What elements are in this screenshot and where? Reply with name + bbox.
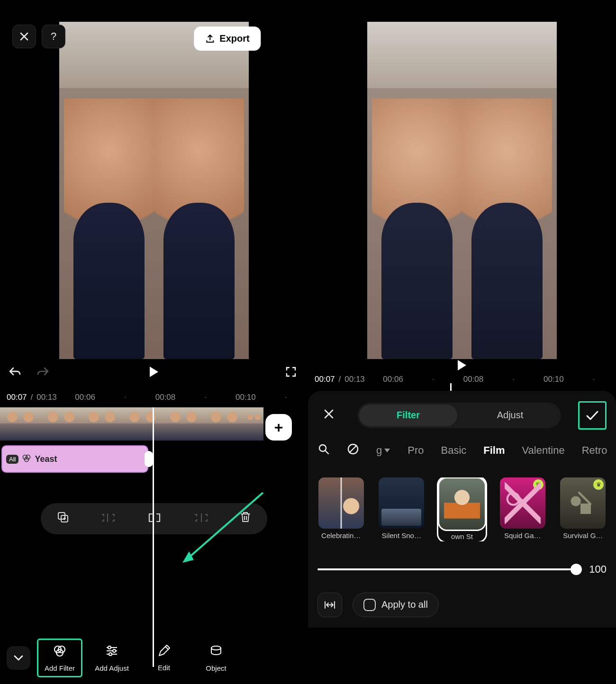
playhead[interactable] xyxy=(153,407,154,667)
help-button[interactable]: ? xyxy=(42,25,65,48)
filter-icon xyxy=(22,454,31,464)
svg-point-14 xyxy=(211,646,221,650)
filter-icon xyxy=(53,644,67,661)
sliders-icon xyxy=(105,644,119,661)
filter-thumb[interactable]: own St xyxy=(438,477,486,541)
tab-filter[interactable]: Filter xyxy=(357,410,459,421)
filter-panel: Filter Adjust g Pro Basi xyxy=(308,391,616,628)
cat-pro[interactable]: Pro xyxy=(408,444,424,457)
svg-marker-0 xyxy=(150,367,158,377)
dropdown-fragment: g xyxy=(376,444,382,457)
nav-label: Add Adjust xyxy=(95,664,129,672)
fullscreen-button[interactable] xyxy=(285,366,297,380)
collapse-button[interactable] xyxy=(7,646,30,670)
nav-label: Object xyxy=(206,664,226,672)
object-icon xyxy=(209,644,223,661)
time-sep: / xyxy=(339,375,341,384)
split-right-button[interactable] xyxy=(187,508,215,530)
close-panel-button[interactable] xyxy=(317,405,340,426)
tick: 00:06 xyxy=(75,393,95,402)
apply-to-all-button[interactable]: Apply to all xyxy=(353,593,439,617)
cat-film[interactable]: Film xyxy=(483,444,505,457)
none-filter-button[interactable] xyxy=(347,443,359,459)
split-left-button[interactable] xyxy=(94,508,122,530)
tick: 00:08 xyxy=(463,375,484,384)
undo-button[interactable] xyxy=(9,366,23,381)
timeline-strip[interactable]: + xyxy=(0,407,308,447)
svg-point-16 xyxy=(319,445,326,451)
filter-thumb-strip[interactable]: Celebratin… Silent Sno… own St ♛ Squid G… xyxy=(317,477,607,541)
premium-badge-icon: ♛ xyxy=(533,479,544,490)
nav-edit[interactable]: Edit xyxy=(141,640,187,675)
svg-point-12 xyxy=(113,649,116,652)
effect-chip[interactable]: All Yeast xyxy=(1,445,148,473)
nav-add-filter[interactable]: Add Filter xyxy=(37,639,82,677)
tick: 00:10 xyxy=(544,375,564,384)
redo-button[interactable] xyxy=(35,366,49,381)
svg-marker-5 xyxy=(182,551,194,563)
tab-adjust[interactable]: Adjust xyxy=(459,410,561,421)
cat-valentine[interactable]: Valentine xyxy=(522,444,565,457)
time-sep: / xyxy=(31,393,33,402)
time-row: 00:07 / 00:13 00:06· 00:08· 00:10· xyxy=(0,387,308,407)
time-current: 00:07 xyxy=(315,375,335,384)
nav-add-adjust[interactable]: Add Adjust xyxy=(89,640,135,676)
video-preview-area xyxy=(0,0,308,359)
category-dropdown[interactable]: g xyxy=(376,444,390,457)
filter-thumb[interactable]: ♛ Survival G… xyxy=(560,477,607,541)
effect-name: Yeast xyxy=(35,454,57,464)
filter-categories: g Pro Basic Film Valentine Retro xyxy=(317,443,607,459)
pencil-icon xyxy=(157,644,171,661)
tick: 00:08 xyxy=(155,393,176,402)
clip-thumb[interactable] xyxy=(82,407,122,441)
stretch-button[interactable] xyxy=(317,593,342,617)
cat-retro[interactable]: Retro xyxy=(582,444,607,457)
tick: 00:10 xyxy=(236,393,256,402)
tick: 00:06 xyxy=(383,375,403,384)
video-preview[interactable] xyxy=(59,22,249,359)
svg-marker-18 xyxy=(384,449,390,452)
close-button[interactable] xyxy=(12,25,36,48)
delete-button[interactable] xyxy=(233,507,258,531)
search-button[interactable] xyxy=(317,443,330,459)
thumb-label: Squid Ga… xyxy=(504,531,541,540)
filter-thumb[interactable]: ♛ Squid Ga… xyxy=(499,477,546,541)
clip-thumb[interactable] xyxy=(204,407,245,441)
bottom-nav: Add Filter Add Adjust Edit Object xyxy=(0,632,308,684)
upload-icon xyxy=(205,34,215,44)
time-row: 00:07 / 00:13 00:06· 00:08· 00:10· xyxy=(308,375,616,384)
clip-thumb[interactable] xyxy=(163,407,204,441)
add-clip-button[interactable]: + xyxy=(265,414,292,441)
filter-adjust-toggle[interactable]: Filter Adjust xyxy=(357,403,561,428)
video-preview[interactable] xyxy=(367,22,557,359)
clip-thumb[interactable] xyxy=(245,407,263,441)
clip-thumb[interactable] xyxy=(122,407,163,441)
filter-thumb[interactable]: Celebratin… xyxy=(317,477,365,541)
effect-trim-handle[interactable] xyxy=(145,451,153,467)
clip-thumb[interactable] xyxy=(0,407,41,441)
time-total: 00:13 xyxy=(36,393,57,402)
premium-badge-icon: ♛ xyxy=(593,479,604,490)
intensity-slider[interactable]: 100 xyxy=(317,563,607,576)
filter-thumb[interactable]: Silent Sno… xyxy=(378,477,426,541)
confirm-button[interactable] xyxy=(578,401,607,430)
play-button[interactable] xyxy=(149,366,159,381)
clip-thumb[interactable] xyxy=(41,407,82,441)
cat-basic[interactable]: Basic xyxy=(441,444,467,457)
nav-object[interactable]: Object xyxy=(193,640,239,676)
question-icon: ? xyxy=(51,30,56,43)
effect-scope-pill: All xyxy=(6,455,18,464)
checkbox-icon xyxy=(363,599,376,611)
nav-label: Add Filter xyxy=(45,664,75,672)
export-button[interactable]: Export xyxy=(194,27,261,51)
svg-point-11 xyxy=(108,646,111,649)
slider-value: 100 xyxy=(586,563,607,576)
duplicate-button[interactable] xyxy=(50,507,76,531)
slider-knob[interactable] xyxy=(571,564,582,575)
nav-label: Edit xyxy=(158,664,170,672)
transport-bar xyxy=(308,359,616,375)
split-button[interactable] xyxy=(141,508,168,530)
play-button[interactable] xyxy=(457,359,467,375)
apply-all-label: Apply to all xyxy=(381,599,428,610)
svg-point-13 xyxy=(109,653,112,656)
